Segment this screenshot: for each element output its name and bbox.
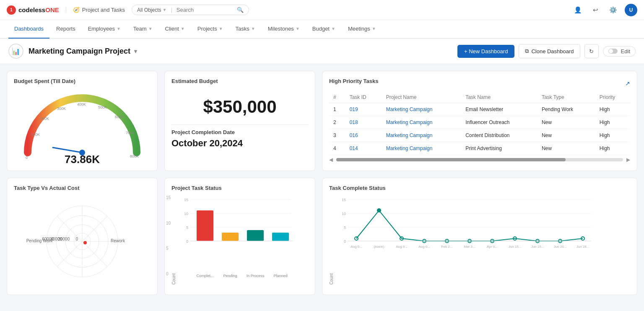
edit-toggle[interactable]: Edit [603, 46, 636, 57]
svg-text:0: 0 [75, 237, 78, 241]
bottom-card-row: Task Type Vs Actual Cost 60000 40000 [7, 178, 637, 295]
projects-chevron: ▼ [219, 26, 223, 31]
project-name-link[interactable]: Marketing Campaign [386, 132, 433, 138]
toggle-switch[interactable] [608, 49, 618, 54]
svg-text:Rework: Rework [111, 238, 125, 243]
tab-dashboards[interactable]: Dashboards [8, 20, 49, 39]
tab-milestones[interactable]: Milestones ▼ [262, 20, 306, 39]
scroll-left-arrow[interactable]: ◀ [329, 157, 333, 163]
col-task-id: Task ID [345, 92, 382, 103]
svg-text:Mar 3...: Mar 3... [464, 245, 475, 249]
tasks-table-header-row: # Task ID Project Name Task Name Task Ty… [329, 92, 630, 103]
all-objects-dropdown[interactable]: All Objects ▼ [137, 7, 166, 13]
table-row: 3 016 Marketing Campaign Content Distrib… [329, 129, 630, 142]
tab-client[interactable]: Client ▼ [159, 20, 191, 39]
budget-amount: $350,000 [171, 88, 308, 121]
svg-text:200K: 200K [40, 117, 49, 121]
line-chart-container: Count 15 10 5 0 [329, 195, 630, 285]
task-type-cost-title: Task Type Vs Actual Cost [14, 185, 151, 191]
radar-svg: 60000 40000 20000 0 Pending Work Rework [28, 195, 137, 279]
svg-text:5: 5 [344, 225, 346, 230]
gauge-svg: 0 100K 200K 300K 400K 500K 600K 700K 800… [19, 90, 145, 163]
svg-text:15: 15 [342, 198, 346, 202]
search-bar[interactable]: All Objects ▼ | 🔍 [132, 5, 249, 15]
tasks-table-wrapper[interactable]: # Task ID Project Name Task Name Task Ty… [329, 92, 630, 163]
svg-text:Jun 15...: Jun 15... [509, 245, 522, 249]
milestones-chevron: ▼ [296, 26, 300, 31]
svg-text:(blank): (blank) [374, 245, 384, 249]
svg-text:10: 10 [342, 212, 346, 216]
svg-text:Jun 28...: Jun 28... [576, 245, 589, 249]
tab-reports[interactable]: Reports [50, 20, 81, 39]
dashboard-header: 📊 Marketing Campaign Project ▼ + New Das… [0, 39, 644, 64]
svg-text:15: 15 [184, 198, 188, 202]
history-icon[interactable]: ↩ [589, 4, 601, 16]
refresh-button[interactable]: ↻ [584, 44, 599, 58]
tasks-table-body: 1 019 Marketing Campaign Email Newslette… [329, 103, 630, 155]
col-priority: Priority [595, 92, 630, 103]
line-chart-inner: 15 10 5 0 [335, 195, 630, 285]
table-scroll-arrows: ◀ ▶ [329, 157, 630, 163]
y-axis-labels: 15 10 5 0 [166, 195, 171, 276]
bar-chart-inner: 15 10 5 0 15 10 5 [178, 195, 308, 285]
project-task-status-card: Project Task Status Count 15 10 5 0 [164, 178, 315, 295]
tab-tasks[interactable]: Tasks ▼ [230, 20, 261, 39]
project-name-link[interactable]: Marketing Campaign [386, 106, 433, 112]
svg-text:Aug 0...: Aug 0... [351, 245, 362, 249]
dashboard-title: Marketing Campaign Project ▼ [29, 47, 138, 56]
tab-employees[interactable]: Employees ▼ [82, 20, 127, 39]
svg-rect-39 [247, 230, 264, 241]
task-id-link[interactable]: 019 [350, 106, 358, 112]
svg-text:0: 0 [344, 239, 346, 244]
task-type-cost-card: Task Type Vs Actual Cost 60000 40000 [7, 178, 158, 295]
scroll-right-arrow[interactable]: ▶ [626, 157, 630, 163]
task-id-link[interactable]: 016 [350, 132, 358, 138]
svg-text:Feb 2...: Feb 2... [441, 245, 452, 249]
completion-date-label: Project Completion Date [171, 129, 308, 135]
estimated-budget-card: Estimated Budget $350,000 Project Comple… [164, 71, 315, 171]
bar-y-axis-label: Count [171, 195, 176, 285]
tab-projects[interactable]: Projects ▼ [192, 20, 229, 39]
tasks-table-head: # Task ID Project Name Task Name Task Ty… [329, 92, 630, 103]
meetings-chevron: ▼ [372, 26, 376, 31]
external-link-icon[interactable]: ↗ [625, 80, 630, 87]
clone-dashboard-button[interactable]: ⧉ Clone Dashboard [519, 44, 580, 58]
table-row: 2 018 Marketing Campaign Influencer Outr… [329, 116, 630, 129]
bar-chart-svg: 15 10 5 0 Complet... Pending [178, 195, 295, 283]
svg-point-24 [83, 241, 87, 244]
line-y-axis-label: Count [329, 195, 334, 285]
task-id-link[interactable]: 014 [350, 145, 358, 151]
task-complete-status-card: Task Complete Status Count 15 10 5 0 [322, 178, 637, 295]
logo[interactable]: 1 codelessONE [7, 5, 59, 15]
task-complete-status-title: Task Complete Status [329, 185, 630, 191]
dashboard-title-chevron[interactable]: ▼ [133, 48, 138, 54]
tab-budget[interactable]: Budget ▼ [306, 20, 341, 39]
svg-text:0: 0 [26, 156, 28, 160]
search-icon: 🔍 [237, 7, 244, 13]
svg-text:Jun 15...: Jun 15... [531, 245, 544, 249]
col-task-name: Task Name [461, 92, 538, 103]
completion-date: October 20,2024 [171, 138, 308, 149]
user-icon[interactable]: 👤 [572, 4, 584, 16]
task-id-link[interactable]: 018 [350, 119, 358, 125]
new-dashboard-button[interactable]: + New Dashboard [457, 45, 514, 58]
svg-text:Complet...: Complet... [196, 274, 213, 278]
all-objects-chevron: ▼ [162, 8, 166, 12]
project-name-link[interactable]: Marketing Campaign [386, 145, 433, 151]
search-input[interactable] [177, 7, 234, 13]
gauge-chart: 0 100K 200K 300K 400K 500K 600K 700K 800… [14, 88, 151, 164]
line-chart-svg: 15 10 5 0 [335, 195, 595, 283]
tab-team[interactable]: Team ▼ [127, 20, 158, 39]
budget-chevron: ▼ [331, 26, 335, 31]
settings-icon[interactable]: ⚙️ [607, 4, 619, 16]
project-nav: 🧭 Project and Tasks [66, 7, 125, 13]
svg-text:0: 0 [186, 239, 188, 244]
tab-meetings[interactable]: Meetings ▼ [342, 20, 382, 39]
bar-chart-container: Count 15 10 5 0 [171, 195, 308, 285]
svg-text:10: 10 [184, 212, 188, 216]
avatar[interactable]: U [625, 4, 637, 16]
project-name-link[interactable]: Marketing Campaign [386, 119, 433, 125]
svg-text:600K: 600K [115, 115, 124, 119]
col-project-name: Project Name [382, 92, 461, 103]
team-chevron: ▼ [148, 26, 153, 31]
